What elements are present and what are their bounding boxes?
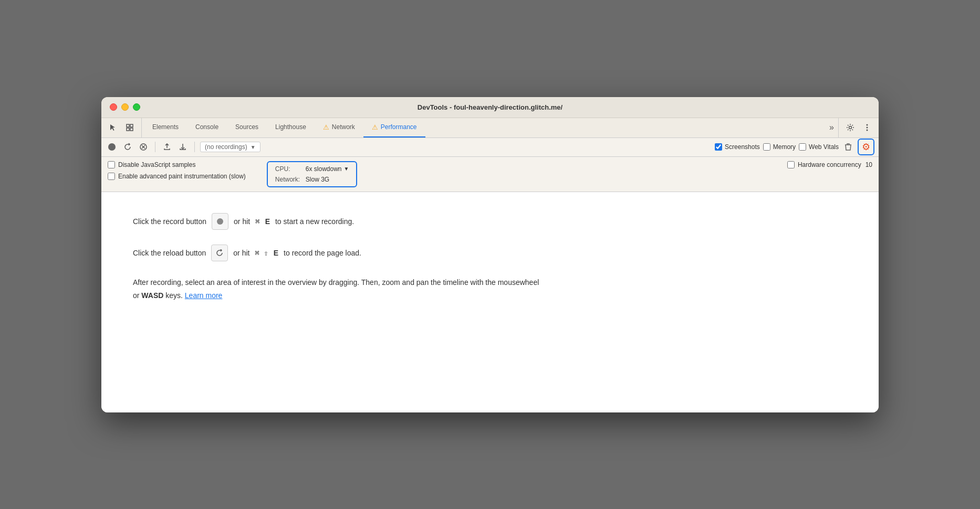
settings-icon[interactable] <box>843 120 858 135</box>
svg-point-5 <box>867 124 868 126</box>
after-recording-text: After recording, select an area of inter… <box>133 276 543 302</box>
web-vitals-checkbox[interactable] <box>799 143 806 151</box>
tab-console[interactable]: Console <box>187 118 227 137</box>
reload-record-button[interactable] <box>121 141 134 153</box>
web-vitals-checkbox-label[interactable]: Web Vitals <box>799 143 839 151</box>
reload-instruction-line: Click the reload button or hit ⌘ ⇧ E to … <box>133 245 847 261</box>
select-tool-icon[interactable] <box>106 120 120 135</box>
record-instruction-line: Click the record button or hit ⌘ E to st… <box>133 213 847 230</box>
cpu-row: CPU: 6x slowdown ▼ <box>275 165 349 173</box>
record-button[interactable] <box>106 141 118 153</box>
cpu-network-box: CPU: 6x slowdown ▼ Network: Slow 3G <box>267 161 358 187</box>
learn-more-link[interactable]: Learn more <box>185 291 223 300</box>
tab-bar-nav-icons <box>106 118 142 137</box>
network-row: Network: Slow 3G <box>275 176 349 183</box>
svg-rect-2 <box>127 128 129 131</box>
kebab-menu-icon[interactable] <box>860 120 874 135</box>
hardware-concurrency-checkbox[interactable] <box>787 161 795 168</box>
wasd-label: WASD <box>141 291 163 300</box>
memory-checkbox[interactable] <box>763 143 770 151</box>
stop-button[interactable] <box>137 141 150 153</box>
dropdown-arrow-icon: ▼ <box>251 144 256 150</box>
upload-profile-button[interactable] <box>161 141 173 153</box>
inline-record-icon <box>212 213 228 230</box>
hardware-concurrency: Hardware concurrency 10 <box>787 161 872 168</box>
download-profile-button[interactable] <box>176 141 189 153</box>
screenshots-checkbox-label[interactable]: Screenshots <box>715 143 760 151</box>
record-key: E <box>265 217 270 226</box>
reload-shortcut: ⌘ ⇧ <box>255 249 268 257</box>
advanced-paint-row[interactable]: Enable advanced paint instrumentation (s… <box>108 173 246 180</box>
title-bar: DevTools - foul-heavenly-direction.glitc… <box>101 97 879 118</box>
advanced-paint-checkbox[interactable] <box>108 173 115 180</box>
window-controls <box>110 103 140 111</box>
svg-point-6 <box>867 127 868 129</box>
recordings-dropdown[interactable]: (no recordings) ▼ <box>200 142 260 152</box>
tab-sources[interactable]: Sources <box>227 118 267 137</box>
settings-checkboxes: Disable JavaScript samples Enable advanc… <box>108 161 246 180</box>
hardware-concurrency-value: 10 <box>866 161 872 168</box>
devtools-window: DevTools - foul-heavenly-direction.glitc… <box>101 97 879 412</box>
performance-warning-icon: ⚠ <box>372 123 378 131</box>
window-title: DevTools - foul-heavenly-direction.glitc… <box>418 103 562 111</box>
minimize-button[interactable] <box>121 103 129 111</box>
close-button[interactable] <box>110 103 117 111</box>
svg-rect-0 <box>127 124 129 127</box>
capture-settings-button[interactable]: ⚙ <box>858 139 874 155</box>
svg-rect-3 <box>130 128 133 131</box>
maximize-button[interactable] <box>133 103 140 111</box>
tab-list: Elements Console Sources Lighthouse ⚠ Ne… <box>144 118 825 137</box>
tab-bar-right <box>838 118 874 137</box>
disable-js-samples-row[interactable]: Disable JavaScript samples <box>108 161 246 168</box>
tab-network[interactable]: ⚠ Network <box>315 118 363 137</box>
performance-toolbar: (no recordings) ▼ Screenshots Memory Web… <box>101 138 879 157</box>
gear-icon: ⚙ <box>862 141 870 153</box>
tab-lighthouse[interactable]: Lighthouse <box>267 118 315 137</box>
network-warning-icon: ⚠ <box>323 123 329 131</box>
svg-point-7 <box>867 130 868 131</box>
tab-bar: Elements Console Sources Lighthouse ⚠ Ne… <box>101 118 879 138</box>
tab-elements[interactable]: Elements <box>144 118 187 137</box>
more-tabs-button[interactable]: » <box>825 118 838 137</box>
hardware-concurrency-row[interactable]: Hardware concurrency <box>787 161 861 168</box>
svg-rect-1 <box>130 124 133 127</box>
inspect-element-icon[interactable] <box>122 120 137 135</box>
settings-panel: Disable JavaScript samples Enable advanc… <box>101 157 879 192</box>
record-shortcut: ⌘ <box>255 217 259 226</box>
cpu-dropdown-arrow-icon: ▼ <box>344 166 349 172</box>
main-content: Click the record button or hit ⌘ E to st… <box>101 192 879 412</box>
toolbar-divider-2 <box>194 142 195 152</box>
reload-key: E <box>274 249 278 257</box>
screenshots-checkbox[interactable] <box>715 143 722 151</box>
tab-performance[interactable]: ⚠ Performance <box>363 118 425 137</box>
inline-reload-icon <box>211 245 228 261</box>
svg-point-4 <box>849 126 852 129</box>
cpu-throttle-dropdown[interactable]: 6x slowdown ▼ <box>306 165 349 173</box>
toolbar-divider-1 <box>155 142 155 152</box>
disable-js-samples-checkbox[interactable] <box>108 161 115 168</box>
clear-button[interactable] <box>842 141 854 153</box>
memory-checkbox-label[interactable]: Memory <box>763 143 796 151</box>
